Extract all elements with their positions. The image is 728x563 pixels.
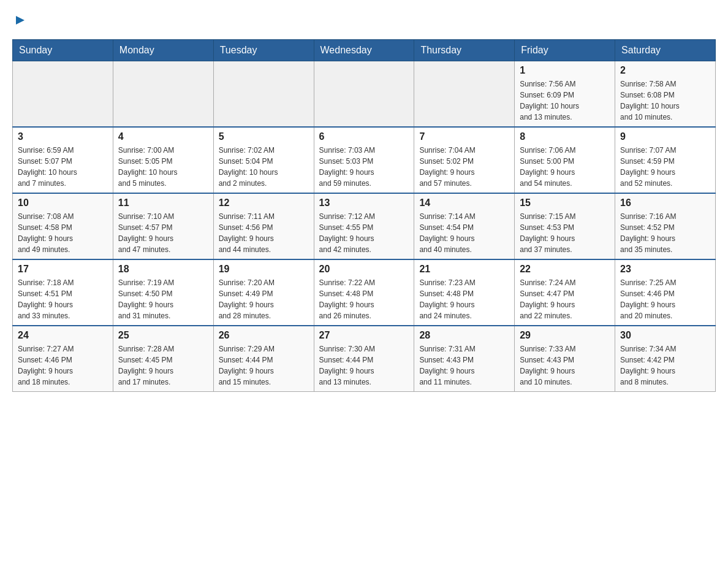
calendar-cell: [213, 61, 314, 128]
calendar-cell: 21Sunrise: 7:23 AMSunset: 4:48 PMDayligh…: [414, 259, 515, 326]
calendar-cell: 29Sunrise: 7:33 AMSunset: 4:43 PMDayligh…: [515, 326, 615, 392]
day-number: 12: [219, 197, 309, 209]
calendar-cell: 15Sunrise: 7:15 AMSunset: 4:53 PMDayligh…: [515, 193, 615, 259]
logo: [12, 12, 27, 27]
calendar-cell: 10Sunrise: 7:08 AMSunset: 4:58 PMDayligh…: [13, 193, 113, 259]
calendar-week-row: 24Sunrise: 7:27 AMSunset: 4:46 PMDayligh…: [13, 326, 716, 392]
calendar-header-row: SundayMondayTuesdayWednesdayThursdayFrid…: [13, 40, 716, 61]
day-number: 3: [18, 131, 108, 142]
day-info: Sunrise: 7:19 AMSunset: 4:50 PMDaylight:…: [118, 277, 208, 321]
calendar-cell: 7Sunrise: 7:04 AMSunset: 5:02 PMDaylight…: [414, 127, 515, 193]
day-info: Sunrise: 7:16 AMSunset: 4:52 PMDaylight:…: [620, 211, 710, 255]
weekday-header-tuesday: Tuesday: [213, 40, 314, 61]
calendar-cell: 13Sunrise: 7:12 AMSunset: 4:55 PMDayligh…: [314, 193, 414, 259]
calendar-cell: 30Sunrise: 7:34 AMSunset: 4:42 PMDayligh…: [615, 326, 716, 392]
day-number: 8: [520, 131, 610, 142]
calendar-cell: 11Sunrise: 7:10 AMSunset: 4:57 PMDayligh…: [113, 193, 213, 259]
day-number: 10: [18, 197, 108, 209]
calendar-cell: 16Sunrise: 7:16 AMSunset: 4:52 PMDayligh…: [615, 193, 716, 259]
calendar-cell: 25Sunrise: 7:28 AMSunset: 4:45 PMDayligh…: [113, 326, 213, 392]
day-info: Sunrise: 7:04 AMSunset: 5:02 PMDaylight:…: [419, 145, 509, 189]
calendar-cell: 26Sunrise: 7:29 AMSunset: 4:44 PMDayligh…: [213, 326, 314, 392]
day-number: 25: [118, 330, 208, 341]
day-number: 16: [620, 197, 710, 209]
day-info: Sunrise: 7:00 AMSunset: 5:05 PMDaylight:…: [118, 145, 208, 189]
day-number: 27: [319, 330, 409, 341]
calendar-cell: 6Sunrise: 7:03 AMSunset: 5:03 PMDaylight…: [314, 127, 414, 193]
day-number: 28: [419, 330, 509, 341]
calendar-cell: 3Sunrise: 6:59 AMSunset: 5:07 PMDaylight…: [13, 127, 113, 193]
page-header: [12, 12, 716, 27]
calendar-cell: 1Sunrise: 7:56 AMSunset: 6:09 PMDaylight…: [515, 61, 615, 128]
weekday-header-wednesday: Wednesday: [314, 40, 414, 61]
weekday-header-saturday: Saturday: [615, 40, 716, 61]
calendar-week-row: 3Sunrise: 6:59 AMSunset: 5:07 PMDaylight…: [13, 127, 716, 193]
day-number: 19: [219, 264, 309, 275]
weekday-header-sunday: Sunday: [13, 40, 113, 61]
calendar-cell: 9Sunrise: 7:07 AMSunset: 4:59 PMDaylight…: [615, 127, 716, 193]
day-number: 4: [118, 131, 208, 142]
calendar-cell: 12Sunrise: 7:11 AMSunset: 4:56 PMDayligh…: [213, 193, 314, 259]
calendar-cell: [314, 61, 414, 128]
day-info: Sunrise: 7:22 AMSunset: 4:48 PMDaylight:…: [319, 277, 409, 321]
calendar-cell: 20Sunrise: 7:22 AMSunset: 4:48 PMDayligh…: [314, 259, 414, 326]
day-number: 18: [118, 264, 208, 275]
day-info: Sunrise: 7:27 AMSunset: 4:46 PMDaylight:…: [18, 343, 108, 388]
day-info: Sunrise: 7:24 AMSunset: 4:47 PMDaylight:…: [520, 277, 610, 321]
day-info: Sunrise: 7:34 AMSunset: 4:42 PMDaylight:…: [620, 343, 710, 388]
calendar-cell: 19Sunrise: 7:20 AMSunset: 4:49 PMDayligh…: [213, 259, 314, 326]
day-info: Sunrise: 7:12 AMSunset: 4:55 PMDaylight:…: [319, 211, 409, 255]
day-info: Sunrise: 7:03 AMSunset: 5:03 PMDaylight:…: [319, 145, 409, 189]
calendar-cell: 4Sunrise: 7:00 AMSunset: 5:05 PMDaylight…: [113, 127, 213, 193]
calendar-cell: 8Sunrise: 7:06 AMSunset: 5:00 PMDaylight…: [515, 127, 615, 193]
day-number: 30: [620, 330, 710, 341]
day-number: 24: [18, 330, 108, 341]
calendar-week-row: 1Sunrise: 7:56 AMSunset: 6:09 PMDaylight…: [13, 61, 716, 128]
day-info: Sunrise: 7:02 AMSunset: 5:04 PMDaylight:…: [219, 145, 309, 189]
calendar-cell: 27Sunrise: 7:30 AMSunset: 4:44 PMDayligh…: [314, 326, 414, 392]
day-number: 9: [620, 131, 710, 142]
calendar-cell: 28Sunrise: 7:31 AMSunset: 4:43 PMDayligh…: [414, 326, 515, 392]
calendar-cell: 18Sunrise: 7:19 AMSunset: 4:50 PMDayligh…: [113, 259, 213, 326]
calendar-cell: 14Sunrise: 7:14 AMSunset: 4:54 PMDayligh…: [414, 193, 515, 259]
day-number: 11: [118, 197, 208, 209]
day-info: Sunrise: 7:20 AMSunset: 4:49 PMDaylight:…: [219, 277, 309, 321]
calendar-cell: 5Sunrise: 7:02 AMSunset: 5:04 PMDaylight…: [213, 127, 314, 193]
day-info: Sunrise: 7:31 AMSunset: 4:43 PMDaylight:…: [419, 343, 509, 388]
calendar-cell: [113, 61, 213, 128]
day-number: 13: [319, 197, 409, 209]
calendar-week-row: 10Sunrise: 7:08 AMSunset: 4:58 PMDayligh…: [13, 193, 716, 259]
day-info: Sunrise: 7:30 AMSunset: 4:44 PMDaylight:…: [319, 343, 409, 388]
weekday-header-monday: Monday: [113, 40, 213, 61]
calendar-cell: 17Sunrise: 7:18 AMSunset: 4:51 PMDayligh…: [13, 259, 113, 326]
day-info: Sunrise: 7:18 AMSunset: 4:51 PMDaylight:…: [18, 277, 108, 321]
day-info: Sunrise: 7:08 AMSunset: 4:58 PMDaylight:…: [18, 211, 108, 255]
calendar-cell: [13, 61, 113, 128]
day-number: 22: [520, 264, 610, 275]
day-info: Sunrise: 7:56 AMSunset: 6:09 PMDaylight:…: [520, 79, 610, 123]
day-number: 23: [620, 264, 710, 275]
day-info: Sunrise: 7:58 AMSunset: 6:08 PMDaylight:…: [620, 79, 710, 123]
day-number: 15: [520, 197, 610, 209]
day-info: Sunrise: 7:29 AMSunset: 4:44 PMDaylight:…: [219, 343, 309, 388]
day-number: 2: [620, 65, 710, 76]
calendar-cell: 24Sunrise: 7:27 AMSunset: 4:46 PMDayligh…: [13, 326, 113, 392]
calendar-cell: 2Sunrise: 7:58 AMSunset: 6:08 PMDaylight…: [615, 61, 716, 128]
day-info: Sunrise: 7:14 AMSunset: 4:54 PMDaylight:…: [419, 211, 509, 255]
day-number: 1: [520, 65, 610, 76]
day-number: 21: [419, 264, 509, 275]
day-info: Sunrise: 6:59 AMSunset: 5:07 PMDaylight:…: [18, 145, 108, 189]
day-number: 29: [520, 330, 610, 341]
day-info: Sunrise: 7:06 AMSunset: 5:00 PMDaylight:…: [520, 145, 610, 189]
calendar-cell: [414, 61, 515, 128]
calendar-table: SundayMondayTuesdayWednesdayThursdayFrid…: [12, 39, 716, 392]
weekday-header-thursday: Thursday: [414, 40, 515, 61]
day-info: Sunrise: 7:25 AMSunset: 4:46 PMDaylight:…: [620, 277, 710, 321]
calendar-week-row: 17Sunrise: 7:18 AMSunset: 4:51 PMDayligh…: [13, 259, 716, 326]
day-number: 14: [419, 197, 509, 209]
calendar-cell: 22Sunrise: 7:24 AMSunset: 4:47 PMDayligh…: [515, 259, 615, 326]
day-info: Sunrise: 7:15 AMSunset: 4:53 PMDaylight:…: [520, 211, 610, 255]
day-number: 20: [319, 264, 409, 275]
day-number: 5: [219, 131, 309, 142]
day-number: 7: [419, 131, 509, 142]
